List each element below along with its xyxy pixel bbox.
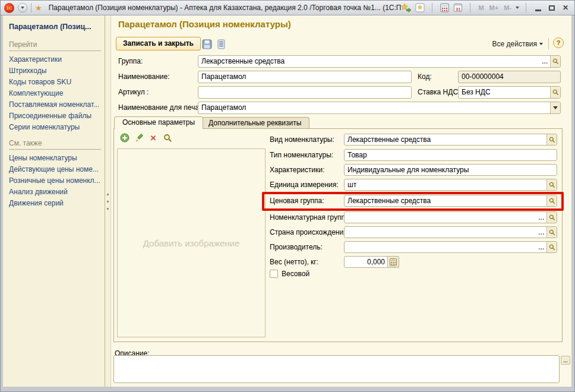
all-actions-label: Все действия (492, 40, 537, 48)
type-field: Товар (344, 149, 557, 161)
group-label: Группа: (118, 55, 143, 68)
price-group-field[interactable]: Лекарственные средства (344, 195, 557, 207)
price-group-label: Ценовая группа: (270, 195, 324, 207)
maximize-button[interactable] (546, 2, 557, 13)
calculator-button-icon[interactable] (388, 256, 399, 268)
name-value: Парацетамол (198, 71, 411, 83)
vat-value: Без НДС (459, 87, 550, 98)
group-field[interactable]: Лекарственные средства ... (198, 55, 561, 68)
memory-m-button[interactable]: M (477, 4, 485, 11)
magnifier-icon[interactable] (550, 56, 560, 67)
article-field[interactable] (198, 86, 412, 99)
weight-value: 0,000 (344, 256, 388, 268)
save-icon[interactable] (201, 39, 212, 49)
select-dots-icon[interactable]: ... (536, 227, 546, 238)
sidebar-item-components[interactable]: Комплектующие (9, 88, 101, 99)
magnifier-icon[interactable] (546, 212, 557, 223)
toolbar-separator (548, 38, 549, 49)
sidebar-item-current-prices[interactable]: Действующие цены номе... (9, 164, 101, 175)
country-field[interactable]: ... (344, 226, 557, 238)
save-and-close-button[interactable]: Записать и закрыть (116, 37, 201, 50)
name-field[interactable]: Парацетамол (198, 71, 412, 83)
chevron-down-icon (539, 43, 543, 45)
edit-image-icon[interactable] (134, 132, 144, 143)
add-image-icon[interactable] (119, 132, 130, 143)
sidebar-item-movement-analysis[interactable]: Анализ движений (9, 186, 101, 198)
sidebar-item-series[interactable]: Серии номенклатуры (9, 122, 101, 133)
image-placeholder-text: Добавить изображение (143, 238, 240, 248)
memory-m-minus-button[interactable]: M- (503, 4, 513, 11)
sidebar-item-characteristics[interactable]: Характеристики (9, 54, 101, 65)
dropdown-arrow-icon[interactable] (550, 102, 560, 113)
sidebar-item-sku-codes[interactable]: Коды товаров SKU (9, 77, 101, 88)
favorites-star-icon[interactable]: ★ (35, 4, 42, 12)
list-report-icon[interactable] (216, 39, 226, 49)
close-button[interactable]: ✕ (560, 2, 571, 13)
weighted-checkbox-label: Весовой (282, 270, 309, 278)
country-label: Страна происхождения: (270, 226, 349, 238)
vat-field[interactable]: Без НДС (458, 86, 561, 99)
delete-image-icon[interactable]: ✕ (148, 132, 159, 143)
titlebar: 1С ★ Парацетамол (Позиция номенклатуры) … (1, 1, 574, 15)
weighted-checkbox-row[interactable]: Весовой (270, 270, 309, 278)
favorites-list-icon[interactable] (415, 2, 425, 13)
kind-value: Лекарственные средства (345, 135, 546, 144)
select-dots-icon[interactable]: ... (540, 56, 550, 67)
code-field: 00-00000004 (458, 71, 561, 83)
magnifier-icon[interactable] (546, 242, 557, 252)
sidebar-item-series-movements[interactable]: Движения серий (9, 198, 101, 209)
all-actions-button[interactable]: Все действия (492, 40, 543, 48)
select-dots-icon[interactable]: ... (536, 242, 546, 252)
weight-field[interactable]: 0,000 (344, 256, 399, 268)
sidebar-item-supplied-nomenclature[interactable]: Поставляемая номенклат... (9, 99, 101, 110)
system-menu-button[interactable] (18, 3, 27, 12)
sidebar-item-retail-prices[interactable]: Розничные цены номенкл... (9, 175, 101, 186)
calendar-icon[interactable]: 31 (453, 2, 463, 13)
sidebar-splitter[interactable] (105, 15, 110, 387)
app-window: 1С ★ Парацетамол (Позиция номенклатуры) … (0, 0, 575, 392)
nomenclature-group-label: Номенклатурная группа: (270, 211, 351, 223)
type-label: Тип номенклатуры: (270, 149, 333, 161)
tab-additional-requisites[interactable]: Дополнительные реквизиты (200, 117, 309, 128)
main-panel: Парацетамол (Позиция номенклатуры) Запис… (110, 15, 571, 387)
tab-panel: ✕ Добавить изображение Вид номенклатуры:… (113, 128, 563, 342)
characteristics-value: Индивидуальные для номенклатуры (345, 166, 557, 174)
description-textarea[interactable] (113, 355, 560, 383)
unit-field[interactable]: шт (344, 179, 557, 191)
kind-label: Вид номенклатуры: (270, 134, 334, 146)
magnifier-icon[interactable] (546, 195, 557, 206)
kind-field[interactable]: Лекарственные средства (344, 134, 557, 146)
minimize-button[interactable] (533, 2, 544, 13)
window-title: Парацетамол (Позиция номенклатуры) - Апт… (49, 4, 402, 12)
magnifier-icon[interactable] (546, 227, 557, 238)
titlebar-separator (526, 3, 526, 12)
magnifier-icon[interactable] (550, 87, 560, 98)
help-button[interactable]: ? (553, 37, 564, 48)
weighted-checkbox[interactable] (270, 270, 278, 278)
1c-logo-icon: 1С (4, 3, 14, 13)
add-to-favorites-icon[interactable] (401, 2, 412, 13)
price-group-value: Лекарственные средства (345, 197, 546, 205)
page-title: Парацетамол (Позиция номенклатуры) (118, 19, 291, 29)
image-placeholder-box[interactable]: Добавить изображение (117, 148, 266, 337)
print-name-field[interactable]: Парацетамол (198, 102, 561, 114)
chevron-down-icon (21, 7, 24, 9)
toolbar-overflow-icon[interactable] (516, 7, 519, 9)
manufacturer-field[interactable]: ... (344, 241, 557, 253)
weight-label: Вес (нетто), кг: (270, 256, 318, 268)
unit-label: Единица измерения: (270, 179, 339, 191)
magnifier-icon[interactable] (546, 134, 557, 145)
tab-main-parameters[interactable]: Основные параметры (114, 116, 203, 129)
find-icon[interactable] (162, 132, 173, 143)
calculator-icon[interactable] (439, 2, 450, 13)
sidebar-item-barcodes[interactable]: Штрихкоды (9, 65, 101, 77)
sidebar-item-attached-files[interactable]: Присоединенные файлы (9, 110, 101, 122)
magnifier-icon[interactable] (546, 179, 557, 190)
memory-m-plus-button[interactable]: M+ (488, 4, 500, 11)
sidebar-item-nomenclature-prices[interactable]: Цены номенклатуры (9, 153, 101, 164)
nomenclature-group-field[interactable]: ... (344, 211, 557, 223)
description-expand-button[interactable]: ... (561, 356, 570, 365)
select-dots-icon[interactable]: ... (536, 212, 546, 223)
group-value: Лекарственные средства (198, 56, 540, 67)
unit-value: шт (345, 181, 546, 189)
